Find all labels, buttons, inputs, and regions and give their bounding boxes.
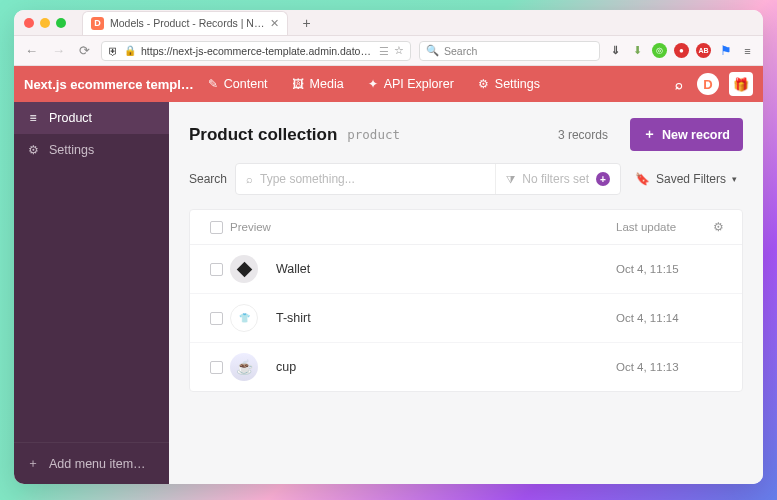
chevron-down-icon: ▾ (732, 174, 737, 184)
select-all-checkbox[interactable] (210, 221, 223, 234)
sidebar-item-label: Product (49, 111, 92, 125)
table-row[interactable]: 👕 T-shirt Oct 4, 11:14 (190, 294, 742, 343)
add-menu-item-button[interactable]: ＋ Add menu item… (14, 442, 169, 484)
col-preview: Preview (230, 221, 276, 233)
gift-icon[interactable]: 🎁 (729, 72, 753, 96)
ext-icon-1[interactable]: ⇓ (608, 43, 623, 58)
forward-button[interactable]: → (49, 43, 68, 58)
sidebar: ≡ Product ⚙ Settings ＋ Add menu item… (14, 102, 169, 484)
gear-sparkle-icon: ✦ (368, 77, 378, 91)
ext-icon-3[interactable]: ◎ (652, 43, 667, 58)
ext-adblock-icon[interactable]: AB (696, 43, 711, 58)
collection-api-id: product (347, 127, 400, 142)
nav-api-label: API Explorer (384, 77, 454, 91)
thumbnail-icon (230, 255, 258, 283)
window-zoom-icon[interactable] (56, 18, 66, 28)
project-title[interactable]: Next.js ecommerce templ… (24, 77, 194, 92)
table-row[interactable]: Wallet Oct 4, 11:15 (190, 245, 742, 294)
search-filter-box: ⌕ Type something... ⧩ No filters set + (235, 163, 621, 195)
browser-search-box[interactable]: 🔍 Search (419, 41, 600, 61)
url-toolbar: ← → ⟳ ⛨ 🔒 https://next-js-ecommerce-temp… (14, 36, 763, 66)
nav-content[interactable]: ✎Content (198, 66, 278, 102)
new-tab-button[interactable]: + (302, 15, 310, 31)
browser-tab[interactable]: D Models - Product - Records | N… ✕ (82, 11, 288, 35)
bookmark-icon: 🔖 (635, 172, 650, 186)
gear-icon: ⚙ (478, 77, 489, 91)
search-placeholder: Type something... (260, 172, 355, 186)
thumbnail-icon: ☕ (230, 353, 258, 381)
app-body: ≡ Product ⚙ Settings ＋ Add menu item… Pr… (14, 102, 763, 484)
row-checkbox[interactable] (210, 312, 223, 325)
nav-content-label: Content (224, 77, 268, 91)
record-count: 3 records (558, 128, 608, 142)
reload-button[interactable]: ⟳ (76, 43, 93, 58)
row-checkbox[interactable] (210, 263, 223, 276)
nav-media[interactable]: 🖼Media (282, 66, 354, 102)
sidebar-item-product[interactable]: ≡ Product (14, 102, 169, 134)
thumbnail-icon: 👕 (230, 304, 258, 332)
saved-filters-label: Saved Filters (656, 172, 726, 186)
back-button[interactable]: ← (22, 43, 41, 58)
reader-icon[interactable]: ☰ (379, 45, 389, 57)
funnel-icon: ⧩ (506, 173, 515, 186)
list-icon: ≡ (26, 111, 40, 125)
address-bar[interactable]: ⛨ 🔒 https://next-js-ecommerce-template.a… (101, 41, 411, 61)
nav-media-label: Media (310, 77, 344, 91)
header-search-icon[interactable]: ⌕ (669, 77, 689, 92)
app-header: Next.js ecommerce templ… ✎Content 🖼Media… (14, 66, 763, 102)
search-icon: ⌕ (246, 173, 253, 185)
image-icon: 🖼 (292, 77, 304, 91)
search-placeholder: Search (444, 45, 477, 57)
row-checkbox[interactable] (210, 361, 223, 374)
record-name: Wallet (276, 262, 616, 276)
nav-settings-label: Settings (495, 77, 540, 91)
window-close-icon[interactable] (24, 18, 34, 28)
new-record-button[interactable]: ＋ New record (630, 118, 743, 151)
browser-window: D Models - Product - Records | N… ✕ + ← … (14, 10, 763, 484)
plus-icon: ＋ (26, 455, 40, 472)
saved-filters-dropdown[interactable]: 🔖 Saved Filters ▾ (629, 172, 743, 186)
filter-label: No filters set (522, 172, 589, 186)
url-text: https://next-js-ecommerce-template.admin… (141, 45, 374, 57)
leaf-icon: ✎ (208, 77, 218, 91)
extension-tray: ⇓ ⬇ ◎ ● AB ⚑ ≡ (608, 43, 755, 58)
ext-icon-4[interactable]: ● (674, 43, 689, 58)
add-filter-icon[interactable]: + (596, 172, 610, 186)
bookmark-star-icon[interactable]: ☆ (394, 44, 404, 57)
record-name: cup (276, 360, 616, 374)
tab-title: Models - Product - Records | N… (110, 17, 264, 29)
nav-api[interactable]: ✦API Explorer (358, 66, 464, 102)
ext-icon-6[interactable]: ⚑ (718, 43, 733, 58)
collection-title: Product collection (189, 125, 337, 145)
gear-icon: ⚙ (26, 143, 40, 157)
table-settings-icon[interactable]: ⚙ (713, 221, 724, 233)
lock-icon: 🔒 (124, 45, 136, 56)
search-icon: 🔍 (426, 44, 439, 57)
search-row: Search ⌕ Type something... ⧩ No filters … (169, 163, 763, 209)
record-updated: Oct 4, 11:15 (616, 263, 706, 275)
tab-favicon-icon: D (91, 17, 104, 30)
new-record-label: New record (662, 128, 730, 142)
table-row[interactable]: ☕ cup Oct 4, 11:13 (190, 343, 742, 391)
search-label: Search (189, 172, 227, 186)
shield-icon: ⛨ (108, 45, 119, 57)
nav-settings[interactable]: ⚙Settings (468, 66, 550, 102)
plus-icon: ＋ (643, 126, 656, 143)
window-minimize-icon[interactable] (40, 18, 50, 28)
sidebar-item-settings[interactable]: ⚙ Settings (14, 134, 169, 166)
filter-segment[interactable]: ⧩ No filters set + (495, 164, 620, 194)
table-header: Preview Last update ⚙ (190, 210, 742, 245)
datocms-logo-icon[interactable]: D (697, 73, 719, 95)
search-input[interactable]: ⌕ Type something... (236, 164, 365, 194)
record-updated: Oct 4, 11:13 (616, 361, 706, 373)
ext-download-icon[interactable]: ⬇ (630, 43, 645, 58)
record-updated: Oct 4, 11:14 (616, 312, 706, 324)
tab-close-icon[interactable]: ✕ (270, 17, 279, 30)
titlebar: D Models - Product - Records | N… ✕ + (14, 10, 763, 36)
browser-menu-icon[interactable]: ≡ (740, 43, 755, 58)
records-table: Preview Last update ⚙ Wallet Oct 4, 11:1… (189, 209, 743, 392)
collection-header: Product collection product 3 records ＋ N… (169, 102, 763, 163)
sidebar-item-label: Settings (49, 143, 94, 157)
col-last-update: Last update (616, 221, 706, 233)
record-name: T-shirt (276, 311, 616, 325)
